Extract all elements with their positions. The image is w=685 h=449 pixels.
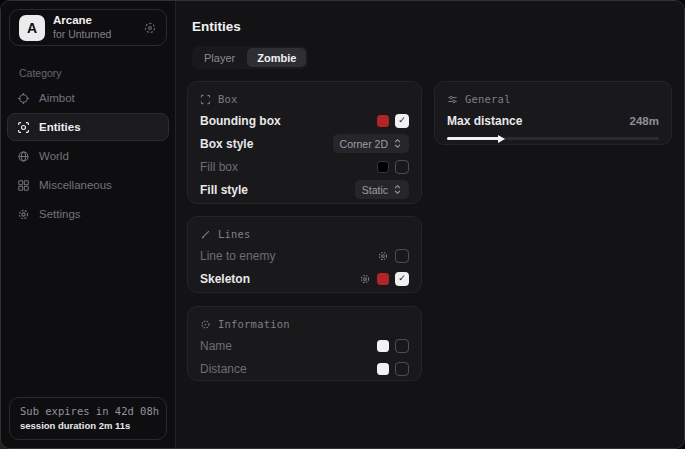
- tab-player[interactable]: Player: [194, 48, 245, 67]
- main-content: Entities Player Zombie Box Bounding box: [176, 1, 684, 448]
- select-value: Corner 2D: [340, 138, 388, 150]
- color-swatch[interactable]: [377, 115, 389, 127]
- select-value: Static: [362, 184, 388, 196]
- setting-row-name: Name: [200, 334, 409, 357]
- setting-label: Skeleton: [200, 272, 250, 286]
- checkbox-unchecked[interactable]: [395, 249, 409, 263]
- sliders-icon: [447, 94, 458, 105]
- entity-tabs: Player Zombie: [192, 46, 308, 69]
- setting-row-skeleton: Skeleton ✓: [200, 267, 409, 290]
- checkbox-unchecked[interactable]: [395, 339, 409, 353]
- subscription-status-card: Sub expires in 42d 08h session duration …: [9, 397, 167, 440]
- fill-style-select[interactable]: Static: [355, 180, 409, 199]
- card-header-label: Information: [218, 318, 290, 330]
- checkbox-checked[interactable]: ✓: [395, 272, 409, 286]
- brand-logo: A: [19, 15, 45, 41]
- sidebar-item-label: World: [39, 150, 69, 162]
- category-label: Category: [19, 67, 175, 79]
- sidebar-item-label: Settings: [39, 208, 81, 220]
- card-header-label: General: [465, 93, 511, 105]
- general-card-header: General: [447, 89, 659, 109]
- sidebar-item-label: Entities: [39, 121, 81, 133]
- brand-text: Arcane for Unturned: [53, 14, 111, 40]
- setting-row-fill-box: Fill box: [200, 155, 409, 178]
- app-window: A Arcane for Unturned Category: [0, 0, 685, 449]
- box-card-header: Box: [200, 89, 409, 109]
- chevrons-up-down-icon: [393, 138, 402, 149]
- sidebar-nav: Aimbot Entities: [1, 84, 175, 228]
- checkbox-unchecked[interactable]: [395, 160, 409, 174]
- setting-label: Name: [200, 339, 232, 353]
- brand-card: A Arcane for Unturned: [9, 9, 167, 46]
- setting-row-bounding-box: Bounding box ✓: [200, 109, 409, 132]
- tab-zombie[interactable]: Zombie: [247, 48, 306, 67]
- card-header-label: Lines: [218, 228, 251, 240]
- gear-icon: [17, 208, 30, 221]
- box-style-select[interactable]: Corner 2D: [333, 134, 409, 153]
- checkbox-unchecked[interactable]: [395, 362, 409, 376]
- diagonal-line-icon: [200, 229, 211, 240]
- max-distance-slider[interactable]: [447, 137, 659, 140]
- session-duration-text: session duration 2m 11s: [20, 420, 156, 431]
- setting-row-distance: Distance: [200, 357, 409, 380]
- sidebar-item-miscellaneous[interactable]: Miscellaneous: [7, 171, 169, 199]
- color-swatch[interactable]: [377, 340, 389, 352]
- page-title: Entities: [192, 19, 241, 34]
- lines-card-header: Lines: [200, 224, 409, 244]
- lines-card: Lines Line to enemy Skeleton: [187, 216, 422, 293]
- crosshair-icon: [17, 92, 30, 105]
- setting-label: Box style: [200, 137, 253, 151]
- sidebar-item-settings[interactable]: Settings: [7, 200, 169, 228]
- checkbox-checked[interactable]: ✓: [395, 114, 409, 128]
- slider-fill: [447, 137, 500, 140]
- setting-label: Line to enemy: [200, 249, 275, 263]
- sidebar-item-label: Miscellaneous: [39, 179, 112, 191]
- sidebar-item-aimbot[interactable]: Aimbot: [7, 84, 169, 112]
- setting-label: Distance: [200, 362, 247, 376]
- color-swatch[interactable]: [377, 363, 389, 375]
- sidebar: A Arcane for Unturned Category: [1, 1, 176, 448]
- box-select-icon: [200, 94, 211, 105]
- general-card: General Max distance 248m: [434, 81, 672, 145]
- scan-box-icon: [17, 121, 30, 134]
- setting-row-fill-style: Fill style Static: [200, 178, 409, 201]
- sub-expiry-text: Sub expires in 42d 08h: [20, 405, 156, 417]
- loader-icon[interactable]: [143, 21, 157, 35]
- grid-icon: [17, 179, 30, 192]
- setting-label: Max distance: [447, 114, 522, 128]
- brand-subtitle: for Unturned: [53, 28, 111, 41]
- sidebar-item-label: Aimbot: [39, 92, 75, 104]
- globe-icon: [17, 150, 30, 163]
- card-header-label: Box: [218, 93, 238, 105]
- chevrons-up-down-icon: [393, 184, 402, 195]
- information-card-header: Information: [200, 314, 409, 334]
- settings-gear-icon[interactable]: [377, 250, 389, 262]
- box-card: Box Bounding box ✓ Box style Corner 2D: [187, 81, 422, 204]
- setting-label: Fill style: [200, 183, 248, 197]
- setting-label: Bounding box: [200, 114, 281, 128]
- sidebar-item-world[interactable]: World: [7, 142, 169, 170]
- sidebar-item-entities[interactable]: Entities: [7, 113, 169, 141]
- color-swatch[interactable]: [377, 161, 389, 173]
- setting-row-box-style: Box style Corner 2D: [200, 132, 409, 155]
- slider-thumb[interactable]: [498, 135, 505, 143]
- setting-label: Fill box: [200, 160, 238, 174]
- color-swatch[interactable]: [377, 273, 389, 285]
- info-scan-icon: [200, 319, 211, 330]
- brand-title: Arcane: [53, 14, 111, 28]
- information-card: Information Name Distance: [187, 306, 422, 381]
- setting-row-line-to-enemy: Line to enemy: [200, 244, 409, 267]
- settings-gear-icon[interactable]: [359, 273, 371, 285]
- setting-row-max-distance: Max distance 248m: [447, 110, 659, 132]
- max-distance-value: 248m: [630, 115, 659, 127]
